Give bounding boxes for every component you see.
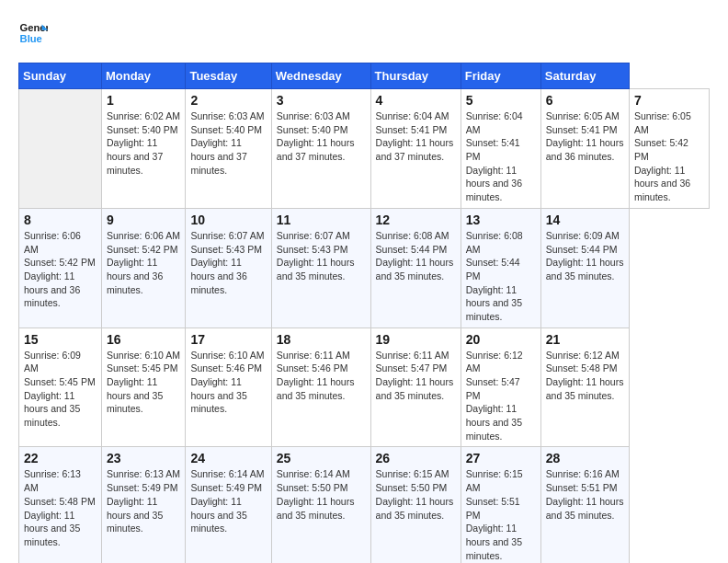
day-number: 11 xyxy=(277,213,366,227)
day-number: 8 xyxy=(24,213,97,227)
calendar-cell: 22Sunrise: 6:13 AMSunset: 5:48 PMDayligh… xyxy=(19,447,102,563)
day-info: Sunrise: 6:12 AMSunset: 5:48 PMDaylight:… xyxy=(546,349,624,403)
day-number: 3 xyxy=(277,93,366,108)
calendar-cell: 10Sunrise: 6:07 AMSunset: 5:43 PMDayligh… xyxy=(186,208,271,327)
calendar-cell: 4Sunrise: 6:04 AMSunset: 5:41 PMDaylight… xyxy=(370,89,461,209)
column-header-thursday: Thursday xyxy=(370,63,461,89)
column-header-friday: Friday xyxy=(461,63,540,89)
day-info: Sunrise: 6:05 AMSunset: 5:41 PMDaylight:… xyxy=(546,109,624,164)
calendar-cell: 7Sunrise: 6:05 AMSunset: 5:42 PMDaylight… xyxy=(629,89,709,209)
calendar-cell: 8Sunrise: 6:06 AMSunset: 5:42 PMDaylight… xyxy=(19,208,102,327)
day-number: 17 xyxy=(190,332,266,347)
day-number: 18 xyxy=(277,332,366,347)
calendar-cell: 5Sunrise: 6:04 AMSunset: 5:41 PMDaylight… xyxy=(461,89,540,209)
calendar-cell: 26Sunrise: 6:15 AMSunset: 5:50 PMDayligh… xyxy=(370,447,461,563)
day-number: 28 xyxy=(546,451,624,465)
day-number: 5 xyxy=(466,93,536,108)
calendar-cell: 23Sunrise: 6:13 AMSunset: 5:49 PMDayligh… xyxy=(101,447,185,563)
day-number: 6 xyxy=(546,93,624,108)
day-number: 10 xyxy=(190,213,266,227)
column-header-wednesday: Wednesday xyxy=(271,63,370,89)
column-header-sunday: Sunday xyxy=(19,63,102,89)
day-info: Sunrise: 6:08 AMSunset: 5:44 PMDaylight:… xyxy=(466,229,536,324)
column-header-saturday: Saturday xyxy=(540,63,629,89)
calendar-week-2: 8Sunrise: 6:06 AMSunset: 5:42 PMDaylight… xyxy=(19,208,710,327)
day-info: Sunrise: 6:06 AMSunset: 5:42 PMDaylight:… xyxy=(24,229,97,310)
calendar-week-4: 22Sunrise: 6:13 AMSunset: 5:48 PMDayligh… xyxy=(19,447,710,563)
day-info: Sunrise: 6:04 AMSunset: 5:41 PMDaylight:… xyxy=(376,109,456,164)
calendar-table: SundayMondayTuesdayWednesdayThursdayFrid… xyxy=(18,63,710,563)
day-info: Sunrise: 6:10 AMSunset: 5:46 PMDaylight:… xyxy=(190,349,266,416)
day-info: Sunrise: 6:11 AMSunset: 5:46 PMDaylight:… xyxy=(277,349,366,403)
page-header: General Blue xyxy=(18,18,710,48)
day-info: Sunrise: 6:12 AMSunset: 5:47 PMDaylight:… xyxy=(466,349,536,443)
calendar-cell: 1Sunrise: 6:02 AMSunset: 5:40 PMDaylight… xyxy=(101,89,185,209)
day-number: 23 xyxy=(107,451,180,465)
svg-text:Blue: Blue xyxy=(20,33,42,44)
day-info: Sunrise: 6:03 AMSunset: 5:40 PMDaylight:… xyxy=(190,109,266,177)
day-info: Sunrise: 6:14 AMSunset: 5:49 PMDaylight:… xyxy=(190,467,266,534)
logo: General Blue xyxy=(18,18,48,48)
day-info: Sunrise: 6:15 AMSunset: 5:50 PMDaylight:… xyxy=(376,467,456,522)
day-number: 7 xyxy=(634,93,704,108)
calendar-cell: 14Sunrise: 6:09 AMSunset: 5:44 PMDayligh… xyxy=(540,208,629,327)
calendar-week-3: 15Sunrise: 6:09 AMSunset: 5:45 PMDayligh… xyxy=(19,327,710,447)
calendar-cell: 19Sunrise: 6:11 AMSunset: 5:47 PMDayligh… xyxy=(370,327,461,447)
day-info: Sunrise: 6:02 AMSunset: 5:40 PMDaylight:… xyxy=(107,109,180,177)
day-info: Sunrise: 6:07 AMSunset: 5:43 PMDaylight:… xyxy=(190,229,266,296)
day-info: Sunrise: 6:13 AMSunset: 5:49 PMDaylight:… xyxy=(107,467,180,534)
day-number: 26 xyxy=(376,451,456,465)
calendar-header-row: SundayMondayTuesdayWednesdayThursdayFrid… xyxy=(19,63,710,89)
calendar-cell: 9Sunrise: 6:06 AMSunset: 5:42 PMDaylight… xyxy=(101,208,185,327)
day-info: Sunrise: 6:08 AMSunset: 5:44 PMDaylight:… xyxy=(376,229,456,283)
calendar-cell: 18Sunrise: 6:11 AMSunset: 5:46 PMDayligh… xyxy=(271,327,370,447)
calendar-cell: 13Sunrise: 6:08 AMSunset: 5:44 PMDayligh… xyxy=(461,208,540,327)
calendar-cell: 3Sunrise: 6:03 AMSunset: 5:40 PMDaylight… xyxy=(271,89,370,209)
calendar-cell: 11Sunrise: 6:07 AMSunset: 5:43 PMDayligh… xyxy=(271,208,370,327)
calendar-cell xyxy=(19,89,102,209)
day-number: 19 xyxy=(376,332,456,347)
day-info: Sunrise: 6:07 AMSunset: 5:43 PMDaylight:… xyxy=(277,229,366,283)
day-info: Sunrise: 6:09 AMSunset: 5:44 PMDaylight:… xyxy=(546,229,624,283)
day-info: Sunrise: 6:05 AMSunset: 5:42 PMDaylight:… xyxy=(634,109,704,204)
calendar-cell: 24Sunrise: 6:14 AMSunset: 5:49 PMDayligh… xyxy=(186,447,271,563)
day-number: 27 xyxy=(466,451,536,465)
column-header-monday: Monday xyxy=(101,63,185,89)
day-number: 22 xyxy=(24,451,97,465)
calendar-body: 1Sunrise: 6:02 AMSunset: 5:40 PMDaylight… xyxy=(19,89,710,564)
day-info: Sunrise: 6:11 AMSunset: 5:47 PMDaylight:… xyxy=(376,349,456,403)
day-info: Sunrise: 6:06 AMSunset: 5:42 PMDaylight:… xyxy=(107,229,180,296)
day-info: Sunrise: 6:16 AMSunset: 5:51 PMDaylight:… xyxy=(546,467,624,522)
day-info: Sunrise: 6:13 AMSunset: 5:48 PMDaylight:… xyxy=(24,467,97,548)
calendar-cell: 17Sunrise: 6:10 AMSunset: 5:46 PMDayligh… xyxy=(186,327,271,447)
calendar-cell: 15Sunrise: 6:09 AMSunset: 5:45 PMDayligh… xyxy=(19,327,102,447)
day-number: 2 xyxy=(190,93,266,108)
calendar-cell: 20Sunrise: 6:12 AMSunset: 5:47 PMDayligh… xyxy=(461,327,540,447)
day-number: 12 xyxy=(376,213,456,227)
day-number: 4 xyxy=(376,93,456,108)
day-number: 20 xyxy=(466,332,536,347)
day-number: 15 xyxy=(24,332,97,347)
day-number: 1 xyxy=(107,93,180,108)
calendar-cell: 12Sunrise: 6:08 AMSunset: 5:44 PMDayligh… xyxy=(370,208,461,327)
day-number: 24 xyxy=(190,451,266,465)
logo-icon: General Blue xyxy=(18,18,48,48)
calendar-cell: 2Sunrise: 6:03 AMSunset: 5:40 PMDaylight… xyxy=(186,89,271,209)
day-number: 16 xyxy=(107,332,180,347)
day-number: 13 xyxy=(466,213,536,227)
day-number: 14 xyxy=(546,213,624,227)
calendar-cell: 6Sunrise: 6:05 AMSunset: 5:41 PMDaylight… xyxy=(540,89,629,209)
day-number: 21 xyxy=(546,332,624,347)
day-info: Sunrise: 6:04 AMSunset: 5:41 PMDaylight:… xyxy=(466,109,536,204)
day-info: Sunrise: 6:10 AMSunset: 5:45 PMDaylight:… xyxy=(107,349,180,416)
calendar-week-1: 1Sunrise: 6:02 AMSunset: 5:40 PMDaylight… xyxy=(19,89,710,209)
day-number: 9 xyxy=(107,213,180,227)
day-info: Sunrise: 6:15 AMSunset: 5:51 PMDaylight:… xyxy=(466,467,536,562)
column-header-tuesday: Tuesday xyxy=(186,63,271,89)
calendar-cell: 21Sunrise: 6:12 AMSunset: 5:48 PMDayligh… xyxy=(540,327,629,447)
calendar-cell: 16Sunrise: 6:10 AMSunset: 5:45 PMDayligh… xyxy=(101,327,185,447)
calendar-cell: 25Sunrise: 6:14 AMSunset: 5:50 PMDayligh… xyxy=(271,447,370,563)
calendar-cell: 28Sunrise: 6:16 AMSunset: 5:51 PMDayligh… xyxy=(540,447,629,563)
day-info: Sunrise: 6:14 AMSunset: 5:50 PMDaylight:… xyxy=(277,467,366,522)
calendar-cell: 27Sunrise: 6:15 AMSunset: 5:51 PMDayligh… xyxy=(461,447,540,563)
